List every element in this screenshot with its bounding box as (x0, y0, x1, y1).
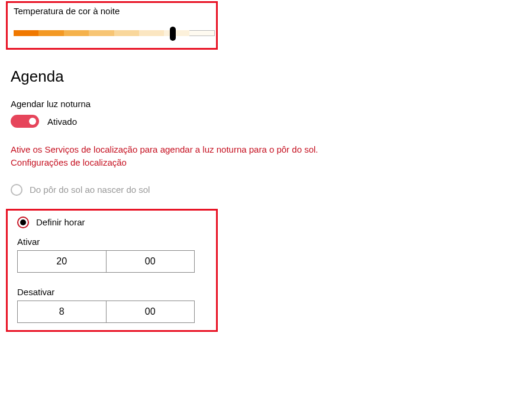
color-temp-label: Temperatura de cor à noite (14, 6, 210, 16)
slider-track (14, 30, 215, 36)
slider-thumb[interactable] (170, 27, 176, 41)
schedule-toggle[interactable] (11, 115, 39, 128)
radio-set-hours-label: Definir horar (36, 217, 85, 227)
toggle-state-label: Ativado (47, 117, 77, 127)
activate-label: Ativar (17, 237, 207, 247)
deactivate-time-picker[interactable]: 8 00 (17, 301, 195, 323)
radio-set-hours-row[interactable]: Definir horar (17, 217, 207, 228)
location-settings-link[interactable]: Configurações de localização (11, 157, 127, 167)
schedule-night-light-label: Agendar luz noturna (11, 99, 519, 109)
radio-sunset-sunrise-row: Do pôr do sol ao nascer do sol (11, 184, 519, 196)
deactivate-minute[interactable]: 00 (107, 301, 195, 322)
deactivate-hour[interactable]: 8 (18, 301, 107, 322)
activate-hour[interactable]: 20 (18, 251, 107, 272)
agenda-heading: Agenda (11, 67, 519, 86)
toggle-knob (29, 118, 36, 125)
radio-sunset-sunrise (11, 184, 22, 196)
color-temp-highlight: Temperatura de cor à noite (6, 1, 218, 50)
set-hours-highlight: Definir horar Ativar 20 00 Desativar 8 0… (6, 209, 218, 332)
location-warning-text: Ative os Serviços de localização para ag… (11, 143, 342, 157)
radio-set-hours[interactable] (17, 217, 29, 228)
color-temp-slider[interactable] (14, 27, 215, 40)
deactivate-label: Desativar (17, 287, 207, 297)
radio-sunset-sunrise-label: Do pôr do sol ao nascer do sol (30, 185, 150, 195)
activate-time-picker[interactable]: 20 00 (17, 250, 195, 273)
activate-minute[interactable]: 00 (107, 251, 195, 272)
